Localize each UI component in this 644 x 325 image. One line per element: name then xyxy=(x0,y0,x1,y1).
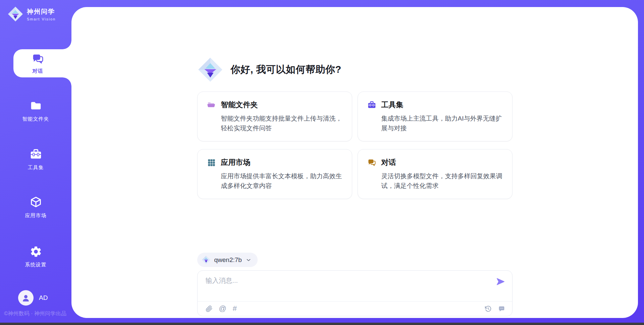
assistant-diamond-logo-icon xyxy=(197,57,223,83)
user-name: AD xyxy=(39,294,48,302)
avatar-person-icon xyxy=(21,293,31,303)
sidebar-item-app-market[interactable]: 应用市场 xyxy=(0,196,71,219)
message-composer: @ # xyxy=(197,270,513,316)
copyright-footer: ©神州数码 · 神州问学出品 xyxy=(4,310,71,317)
model-name: qwen2:7b xyxy=(214,256,242,264)
card-title: 工具集 xyxy=(381,100,404,110)
gear-icon xyxy=(29,245,43,258)
sidebar-item-toolset[interactable]: 工具集 xyxy=(0,148,71,171)
sidebar-item-label: 对话 xyxy=(33,68,43,74)
card-app-market[interactable]: 应用市场 应用市场提供丰富长文本模板，助力高效生成多样化文章内容 xyxy=(197,149,352,199)
toolbox-icon xyxy=(29,148,43,161)
sidebar-item-label: 系统设置 xyxy=(25,262,47,268)
sidebar-item-chat[interactable]: 对话 xyxy=(13,49,71,77)
brand-diamond-logo-icon xyxy=(7,6,23,22)
chat-icon xyxy=(31,52,45,66)
main-content: 你好, 我可以如何帮助你? 智能文件夹 智能文件夹功能支持批量文件上传与清洗，轻… xyxy=(197,7,513,316)
greeting-title: 你好, 我可以如何帮助你? xyxy=(231,63,341,76)
quick-reply-button[interactable] xyxy=(498,305,505,312)
mention-button[interactable]: @ xyxy=(219,305,226,312)
sidebar-item-settings[interactable]: 系统设置 xyxy=(0,245,71,268)
folder-icon xyxy=(29,99,43,113)
attach-button[interactable] xyxy=(206,305,213,312)
paperclip-icon xyxy=(206,305,213,312)
brand-subtitle: Smart Vision xyxy=(27,17,56,21)
window-bottom-edge xyxy=(0,323,644,325)
brand-text: 神州问学 Smart Vision xyxy=(27,7,56,21)
card-description: 灵活切换多模型文件，支持多样回复效果调试，满足个性化需求 xyxy=(381,172,503,191)
topic-button[interactable]: # xyxy=(233,305,237,312)
card-toolset[interactable]: 工具集 集成市场上主流工具，助力AI与外界无缝扩展与对接 xyxy=(358,91,513,141)
cube-icon xyxy=(29,196,43,209)
brand-name: 神州问学 xyxy=(27,7,56,16)
hash-icon: # xyxy=(233,305,237,312)
sidebar-item-label: 应用市场 xyxy=(25,212,47,219)
card-title: 对话 xyxy=(381,157,396,168)
chat-bubble-icon xyxy=(498,305,505,312)
chat-icon xyxy=(367,158,376,167)
sidebar: 神州问学 Smart Vision 对话 智能文件夹 工具集 应用市场 系统设置 xyxy=(0,0,71,325)
sidebar-item-smart-folder[interactable]: 智能文件夹 xyxy=(0,99,71,122)
card-title: 应用市场 xyxy=(221,157,251,168)
card-description: 集成市场上主流工具，助力AI与外界无缝扩展与对接 xyxy=(381,114,503,133)
card-description: 应用市场提供丰富长文本模板，助力高效生成多样化文章内容 xyxy=(221,172,342,191)
chevron-down-icon xyxy=(246,257,252,263)
toolbox-icon xyxy=(367,101,376,110)
greeting: 你好, 我可以如何帮助你? xyxy=(197,57,513,83)
feature-cards: 智能文件夹 智能文件夹功能支持批量文件上传与清洗，轻松实现文件问答 工具集 集成… xyxy=(197,91,513,199)
send-button[interactable] xyxy=(496,277,505,286)
at-icon: @ xyxy=(219,305,226,312)
message-input[interactable] xyxy=(206,276,481,295)
history-clock-icon xyxy=(485,305,492,312)
brand: 神州问学 Smart Vision xyxy=(7,6,56,22)
model-selector[interactable]: qwen2:7b xyxy=(197,253,258,267)
user-profile[interactable]: AD xyxy=(18,290,48,306)
folder-open-icon xyxy=(207,101,216,110)
card-description: 智能文件夹功能支持批量文件上传与清洗，轻松实现文件问答 xyxy=(221,114,342,133)
sidebar-item-label: 工具集 xyxy=(28,165,44,171)
grid-icon xyxy=(207,158,216,167)
sidebar-item-label: 智能文件夹 xyxy=(22,116,49,122)
avatar xyxy=(18,290,34,306)
composer-toolbar: @ # xyxy=(206,301,505,316)
card-title: 智能文件夹 xyxy=(221,100,258,110)
model-selector-row: qwen2:7b xyxy=(197,253,513,267)
diamond-logo-icon xyxy=(202,255,211,264)
card-smart-folder[interactable]: 智能文件夹 智能文件夹功能支持批量文件上传与清洗，轻松实现文件问答 xyxy=(197,91,352,141)
send-plane-icon xyxy=(496,277,505,286)
main-panel: 你好, 我可以如何帮助你? 智能文件夹 智能文件夹功能支持批量文件上传与清洗，轻… xyxy=(71,7,638,318)
card-chat[interactable]: 对话 灵活切换多模型文件，支持多样回复效果调试，满足个性化需求 xyxy=(358,149,513,199)
history-button[interactable] xyxy=(485,305,492,312)
